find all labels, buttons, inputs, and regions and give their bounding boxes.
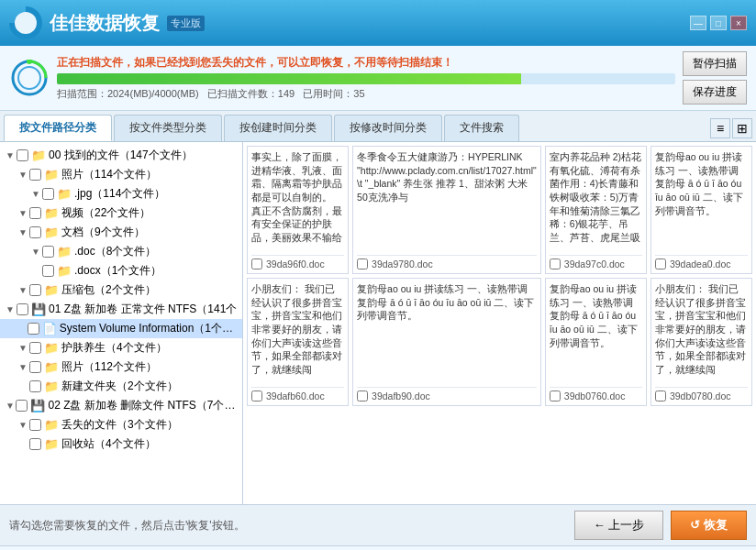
tree-toggle-icon[interactable]: ▼: [18, 362, 29, 372]
tree-item[interactable]: ▼📁照片（112个文件）: [0, 358, 242, 377]
minimize-btn[interactable]: —: [690, 16, 706, 30]
tree-item[interactable]: ▼📁照片（114个文件）: [0, 165, 242, 184]
tree-item-label: System Volume Information（1个文件）: [60, 321, 239, 336]
tree-checkbox[interactable]: [42, 265, 54, 277]
tab-path[interactable]: 按文件路径分类: [4, 115, 112, 141]
tree-checkbox[interactable]: [29, 361, 41, 373]
scan-info: 扫描范围：2024(MB)/4000(MB) 已扫描文件数：149 已用时间：3…: [57, 87, 675, 101]
save-btn[interactable]: 保存进度: [683, 80, 747, 104]
used-time: 已用时间：35: [303, 88, 364, 99]
tree-toggle-icon[interactable]: ▼: [6, 401, 17, 411]
file-card[interactable]: 小朋友们： 我们已经认识了很多拼音宝宝，拼音宝宝和他们非常要好的朋友，请你们大声…: [247, 278, 349, 406]
file-card[interactable]: 复韵母ao ou iu 拼读练习 一、读熟带调复韵母 ā ó ū ī āo óu…: [650, 146, 752, 274]
tree-item[interactable]: ▼📁视频（22个文件）: [0, 204, 242, 223]
tree-checkbox[interactable]: [29, 419, 41, 431]
tree-item[interactable]: ▼📁丢失的文件（3个文件）: [0, 415, 242, 434]
file-card-content: 小朋友们： 我们已经认识了很多拼音宝宝，拼音宝宝和他们非常要好的朋友，请你们大声…: [251, 282, 344, 383]
tree-item[interactable]: ▼📁.doc（8个文件）: [0, 242, 242, 261]
tree-checkbox[interactable]: [29, 169, 41, 181]
file-card-checkbox[interactable]: [550, 390, 561, 402]
file-card-checkbox[interactable]: [655, 390, 666, 402]
tree-item[interactable]: ▼📁.jpg（114个文件）: [0, 184, 242, 204]
list-view-btn[interactable]: ≡: [710, 118, 730, 138]
tree-item[interactable]: ▼📁00 找到的文件（147个文件）: [0, 146, 242, 165]
progress-section: 正在扫描文件，如果已经找到您丢失的文件，可以立即恢复，不用等待扫描结束！ 扫描范…: [57, 55, 675, 101]
tree-toggle-icon[interactable]: ▼: [18, 285, 29, 295]
tree-item[interactable]: 📁新建文件夹（2个文件）: [0, 377, 242, 396]
file-card-checkbox[interactable]: [550, 258, 561, 270]
file-card-checkbox[interactable]: [357, 390, 368, 402]
file-card[interactable]: 复韵母ao ou iu 拼读练习 一、读熟带调复韵母 ā ó ū ī āo óu…: [545, 278, 647, 406]
tree-item[interactable]: 📄System Volume Information（1个文件）: [0, 319, 242, 338]
progress-fill: [57, 73, 521, 84]
tree-checkbox[interactable]: [16, 400, 28, 412]
tree-checkbox[interactable]: [29, 438, 41, 450]
scan-range: 扫描范围：2024(MB)/4000(MB): [57, 88, 199, 99]
tree-toggle-icon[interactable]: ▼: [18, 227, 29, 237]
title-controls: — □ ×: [690, 16, 747, 30]
tree-file-icon: 📁: [44, 418, 59, 432]
tree-toggle-icon[interactable]: ▼: [18, 208, 29, 218]
tree-checkbox[interactable]: [29, 284, 41, 296]
tab-search[interactable]: 文件搜索: [444, 115, 519, 141]
file-card[interactable]: 小朋友们： 我们已经认识了很多拼音宝宝，拼音宝宝和他们非常要好的朋友，请你们大声…: [650, 278, 752, 406]
tree-file-icon: 📁: [44, 226, 59, 239]
tree-file-icon: 📁: [57, 264, 72, 278]
tree-toggle-icon[interactable]: ▼: [6, 304, 17, 314]
close-btn[interactable]: ×: [730, 16, 747, 30]
tree-item[interactable]: ▼📁护肤养生（4个文件）: [0, 338, 242, 358]
scan-animation: [9, 58, 50, 98]
file-card-name: 39da97c0.doc: [564, 258, 625, 270]
file-card-checkbox[interactable]: [251, 258, 262, 270]
action-buttons: ← 上一步 ↺ 恢复: [574, 511, 747, 540]
tab-create-time[interactable]: 按创建时间分类: [224, 115, 332, 141]
scanning-text: 正在扫描文件，如果已经找到您丢失的文件，可以立即恢复，不用等待扫描结束！: [57, 55, 675, 71]
file-card-checkbox[interactable]: [357, 258, 368, 270]
tree-checkbox[interactable]: [42, 188, 54, 200]
tree-toggle-icon[interactable]: ▼: [18, 343, 29, 353]
tree-item-label: 照片（114个文件）: [61, 167, 157, 182]
tree-item[interactable]: 📁.docx（1个文件）: [0, 261, 242, 280]
tree-checkbox[interactable]: [17, 149, 28, 161]
grid-view-btn[interactable]: ⊞: [732, 118, 752, 138]
tree-toggle-icon[interactable]: ▼: [18, 420, 29, 430]
tree-checkbox[interactable]: [42, 246, 54, 258]
progress-bar: [57, 73, 675, 84]
tree-checkbox[interactable]: [29, 226, 41, 238]
maximize-btn[interactable]: □: [710, 16, 727, 30]
file-card[interactable]: 室内养花品种 2)枯花有氧化硫、溥荷有杀菌作用：4)长青藤和铁树吸收苯：5)万青…: [545, 146, 647, 274]
file-card[interactable]: 复韵母ao ou iu 拼读练习 一、读熟带调复韵母 ā ó ū ī āo óu…: [352, 278, 541, 406]
tree-checkbox[interactable]: [28, 323, 39, 335]
tree-item-label: 02 Z盘 新加卷 删除文件 NTFS（7个文件: [48, 398, 239, 413]
tree-file-icon: 📁: [44, 380, 59, 393]
tree-item[interactable]: ▼💾01 Z盘 新加卷 正常文件 NTFS（141个: [0, 300, 242, 319]
tree-toggle-icon[interactable]: ▼: [6, 150, 17, 160]
file-card-footer: 39da96f0.doc: [251, 255, 344, 270]
tree-checkbox[interactable]: [29, 342, 41, 354]
tree-item[interactable]: ▼📁压缩包（2个文件）: [0, 280, 242, 300]
tree-file-icon: 📁: [31, 148, 46, 162]
tree-toggle-icon[interactable]: ▼: [31, 247, 42, 257]
file-card[interactable]: 冬季食令五大健康游乃：HYPERLINK "http://www.pclady.…: [352, 146, 541, 274]
file-card-content: 复韵母ao ou iu 拼读练习 一、读熟带调复韵母 ā ó ū ī āo óu…: [550, 282, 642, 383]
tree-toggle-icon[interactable]: ▼: [18, 170, 29, 180]
tree-item[interactable]: 📁回收站（4个文件）: [0, 434, 242, 454]
file-card-checkbox[interactable]: [655, 258, 666, 270]
tree-item[interactable]: ▼💾02 Z盘 新加卷 删除文件 NTFS（7个文件: [0, 396, 242, 415]
tree-checkbox[interactable]: [29, 380, 41, 392]
tab-modify-time[interactable]: 按修改时间分类: [334, 115, 442, 141]
tree-toggle-icon[interactable]: ▼: [31, 189, 42, 199]
file-card-content: 室内养花品种 2)枯花有氧化硫、溥荷有杀菌作用：4)长青藤和铁树吸收苯：5)万青…: [550, 150, 642, 251]
file-card-content: 复韵母ao ou iu 拼读练习 一、读熟带调复韵母 ā ó ū ī āo óu…: [655, 150, 748, 251]
tree-checkbox[interactable]: [17, 303, 28, 315]
tree-checkbox[interactable]: [29, 207, 41, 219]
tab-type[interactable]: 按文件类型分类: [114, 115, 222, 141]
pause-btn[interactable]: 暂停扫描: [683, 51, 747, 76]
back-btn[interactable]: ← 上一步: [574, 511, 664, 540]
recover-btn[interactable]: ↺ 恢复: [671, 511, 747, 540]
tree-file-icon: 📁: [44, 283, 59, 297]
file-card-checkbox[interactable]: [251, 390, 262, 402]
file-card[interactable]: 事实上，除了面膜，进精华液、乳液、面霜、隔离霜等护肤品都是可以自制的。 真正不含…: [247, 146, 349, 274]
tree-item[interactable]: ▼📁文档（9个文件）: [0, 223, 242, 242]
tree-item-label: 照片（112个文件）: [61, 359, 157, 375]
